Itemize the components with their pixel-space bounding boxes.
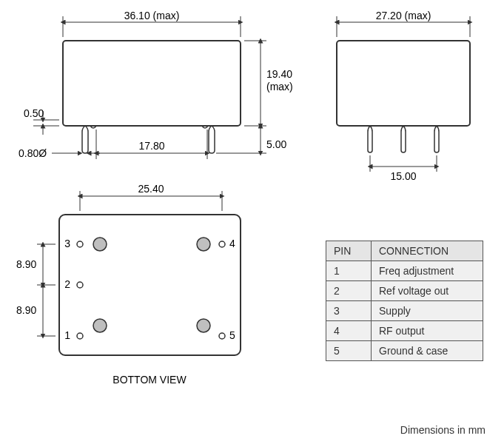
dim-row-b: 8.90 (16, 304, 36, 316)
dim-pin-spacing-front: 17.80 (138, 140, 164, 152)
svg-point-33 (77, 333, 83, 339)
pin-connection-table: PIN CONNECTION 1Freq adjustment 2Ref vol… (326, 241, 483, 361)
dim-height-b: (max) (266, 81, 293, 93)
svg-point-30 (77, 241, 83, 247)
dim-side-width: 27.20 (max) (376, 10, 431, 21)
svg-point-34 (219, 333, 225, 339)
svg-point-28 (93, 319, 107, 332)
svg-point-29 (197, 319, 210, 332)
dim-bottom-span: 25.40 (138, 183, 164, 195)
side-view: 27.20 (max) 15.00 (337, 10, 470, 182)
svg-point-27 (197, 238, 210, 251)
dim-front-width: 36.10 (max) (124, 10, 180, 21)
table-row: 1Freq adjustment (326, 261, 483, 281)
dim-height-a: 19.40 (266, 68, 292, 80)
dim-pin-length: 5.00 (266, 138, 286, 150)
bottom-view: 3 4 2 1 5 25.40 8.90 8.90 BOTTOM VIEW (16, 183, 241, 386)
pin-label-3: 3 (64, 238, 70, 249)
bottom-view-label: BOTTOM VIEW (112, 374, 187, 386)
pin-label-5: 5 (229, 329, 235, 341)
pin-label-2: 2 (64, 278, 70, 290)
svg-point-32 (77, 282, 83, 288)
units-label: Dimensions in mm (400, 424, 485, 436)
svg-rect-25 (59, 215, 241, 355)
svg-rect-18 (337, 41, 470, 126)
table-row: 3Supply (326, 301, 483, 321)
pin-label-1: 1 (64, 329, 70, 341)
table-row: 5Ground & case (326, 341, 483, 361)
dim-row-a: 8.90 (16, 258, 36, 270)
table-row: 4RF output (326, 321, 483, 341)
th-pin: PIN (326, 241, 372, 261)
svg-point-26 (93, 238, 107, 251)
dim-pin-dia: 0.80Ø (19, 147, 47, 159)
svg-rect-0 (63, 41, 241, 126)
svg-point-31 (219, 241, 225, 247)
th-conn: CONNECTION (372, 241, 483, 261)
dim-pin-spacing-side: 15.00 (390, 170, 416, 182)
table-row: 2Ref voltage out (326, 281, 483, 301)
dim-pin-stub: 0.50 (24, 107, 44, 119)
pin-label-4: 4 (229, 238, 235, 249)
front-view: 36.10 (max) 19.40 (max) 5.00 0.50 0.80Ø … (19, 10, 293, 159)
